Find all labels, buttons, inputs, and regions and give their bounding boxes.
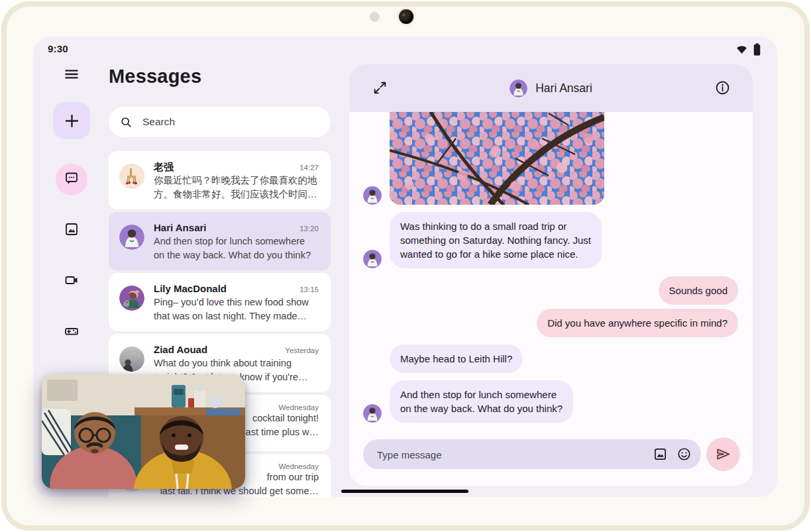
outgoing-message-bubble: Did you have anywhere specific in mind?	[537, 309, 738, 337]
sender-avatar	[363, 186, 382, 205]
gallery-icon	[64, 221, 80, 240]
message-row-3: Did you have anywhere specific in mind?	[349, 309, 753, 337]
battery-icon	[753, 43, 761, 56]
chat-contact: Hari Ansari	[510, 80, 592, 97]
rail-nav-gallery[interactable]	[56, 215, 87, 246]
avatar-lily	[119, 286, 144, 311]
wifi-icon	[735, 43, 748, 56]
chat-panel: Hari Ansari Was thinking to do a small r…	[349, 64, 753, 486]
compose-icons	[653, 439, 692, 469]
conversation-body: 老强14:27你最近忙吗？昨晚我去了你最喜欢的地 方。食物非常好。我们应该找个时…	[154, 160, 319, 201]
incoming-message-bubble: And then stop for lunch somewhere on the…	[390, 380, 573, 423]
tablet-device: 9:30 Messages	[0, 0, 811, 532]
status-icons	[735, 43, 761, 56]
message-row-4: Maybe head to Leith Hill?	[349, 345, 753, 373]
front-camera	[399, 9, 413, 24]
videocam-icon	[64, 272, 80, 291]
info-button[interactable]	[714, 80, 731, 97]
send-button[interactable]	[706, 437, 740, 471]
contact-name: Hari Ansari	[535, 81, 592, 95]
light-sensor	[370, 12, 380, 22]
conversation-time: Wednesday	[278, 462, 319, 470]
video-call-frame	[42, 374, 245, 489]
conversation-preview: 你最近忙吗？昨晚我去了你最喜欢的地 方。食物非常好。我们应该找个时间…	[154, 174, 319, 201]
contact-avatar	[510, 80, 527, 97]
page-title: Messages	[109, 66, 201, 87]
message-row-5: And then stop for lunch somewhere on the…	[349, 380, 753, 423]
menu-icon	[63, 66, 80, 83]
expand-button[interactable]	[372, 80, 389, 97]
conversation-time: 13:20	[299, 225, 319, 233]
conversation-name: Hari Ansari	[154, 221, 206, 235]
avatar-hari	[119, 225, 144, 250]
new-conversation-button[interactable]	[53, 102, 90, 139]
compose-bar	[349, 437, 753, 486]
conversation-body: Lily MacDonald13:15Ping– you’d love this…	[154, 282, 319, 323]
expand-icon	[372, 80, 388, 96]
conversation-time: 13:15	[299, 286, 319, 293]
message-row-0	[349, 112, 753, 205]
rail-nav-videocam[interactable]	[56, 266, 87, 297]
image-icon[interactable]	[653, 447, 668, 462]
search-bar[interactable]	[109, 107, 331, 137]
incoming-message-bubble: Maybe head to Leith Hill?	[390, 345, 523, 373]
search-icon	[119, 115, 133, 129]
conversation-name: 老强	[154, 160, 174, 174]
conversation-item-2[interactable]: Lily MacDonald13:15Ping– you’d love this…	[109, 273, 331, 331]
incoming-message-bubble: Was thinking to do a small road trip or …	[390, 212, 602, 268]
cherry-blossom-photo[interactable]	[390, 112, 604, 205]
outgoing-message-bubble: Sounds good	[659, 276, 738, 305]
avatar-chair	[119, 164, 144, 189]
send-icon	[715, 446, 731, 462]
compose-field[interactable]	[363, 439, 701, 469]
conversation-body: Hari Ansari13:20And then stop for lunch …	[154, 221, 319, 262]
search-input[interactable]	[141, 115, 325, 129]
conversation-time: Yesterday	[285, 346, 319, 354]
conversation-item-1[interactable]: Hari Ansari13:20And then stop for lunch …	[109, 212, 331, 270]
gamepad-icon	[64, 323, 80, 342]
emoji-icon[interactable]	[676, 447, 692, 462]
info-icon	[714, 80, 731, 96]
conversation-preview: And then stop for lunch somewhere on the…	[154, 235, 319, 262]
home-indicator[interactable]	[341, 490, 468, 493]
rail-nav-gamepad[interactable]	[56, 317, 87, 348]
conversation-name: Ziad Aouad	[154, 343, 207, 356]
video-call-pip[interactable]	[42, 374, 245, 489]
plus-icon	[63, 112, 81, 130]
menu-button[interactable]	[63, 66, 80, 83]
chat-bubble-icon	[64, 170, 80, 189]
avatar-hari	[363, 186, 382, 205]
avatar-ziad	[119, 346, 144, 372]
message-thread[interactable]: Was thinking to do a small road trip or …	[349, 112, 753, 437]
rail-nav-chat-bubble[interactable]	[56, 164, 87, 195]
sender-avatar	[363, 404, 382, 423]
avatar-hari	[363, 404, 382, 423]
message-row-2: Sounds good	[349, 276, 753, 305]
avatar-spacer	[363, 354, 382, 373]
message-input[interactable]	[376, 439, 581, 470]
conversation-item-0[interactable]: 老强14:27你最近忙吗？昨晚我去了你最喜欢的地 方。食物非常好。我们应该找个时…	[109, 151, 331, 209]
conversation-preview: Ping– you’d love this new food show that…	[154, 295, 319, 323]
sender-avatar	[363, 250, 382, 268]
avatar-hari	[363, 250, 382, 268]
chat-header: Hari Ansari	[349, 64, 753, 112]
conversation-time: Wednesday	[278, 403, 319, 411]
conversation-time: 14:27	[299, 164, 319, 172]
message-row-1: Was thinking to do a small road trip or …	[349, 212, 753, 268]
conversation-name: Lily MacDonald	[154, 282, 227, 295]
rail-nav	[56, 164, 87, 348]
